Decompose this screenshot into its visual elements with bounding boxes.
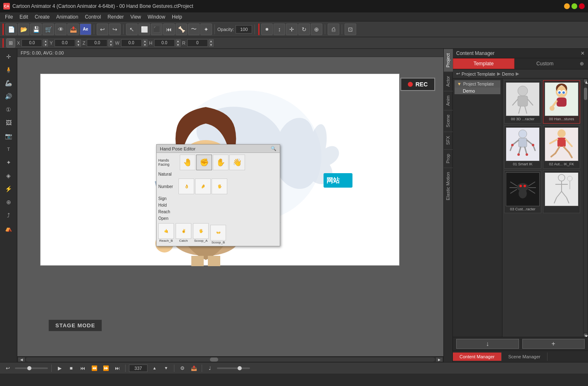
- motion-button[interactable]: 〜: [188, 24, 200, 35]
- export-button[interactable]: 🛒: [43, 24, 54, 35]
- tl-stop-button[interactable]: ■: [67, 364, 76, 373]
- hscroll-thumb[interactable]: [210, 357, 218, 362]
- canvas-container[interactable]: 腾龙工作室 Tenlonstudio.com 网站 Hand Pose Edit…: [17, 57, 443, 356]
- tl-volume-knob[interactable]: [238, 366, 242, 370]
- sidebar-props[interactable]: ⛺: [2, 222, 15, 235]
- cm-item-skel[interactable]: [543, 170, 580, 214]
- flip-button[interactable]: ↻: [298, 24, 310, 35]
- menu-animation[interactable]: Animation: [53, 13, 81, 21]
- cm-breadcrumb-path2[interactable]: Demo: [502, 71, 514, 76]
- cm-item-smart-ik[interactable]: 01 Smart IK: [504, 125, 541, 169]
- sidebar-sound[interactable]: 🔊: [2, 90, 15, 102]
- menu-help[interactable]: Help: [169, 13, 186, 21]
- cm-back-button[interactable]: ↩: [456, 71, 460, 76]
- tl-settings-button[interactable]: ⚙: [178, 364, 187, 373]
- menu-window[interactable]: Window: [144, 13, 169, 21]
- menu-view[interactable]: View: [127, 13, 144, 21]
- hpe-pose-catch[interactable]: ✌: [176, 223, 191, 239]
- maximize-button[interactable]: [571, 3, 577, 9]
- select-button[interactable]: ↖: [126, 24, 138, 35]
- tl-play-button[interactable]: ▶: [55, 364, 64, 373]
- vtab-anim[interactable]: Anim: [444, 91, 453, 110]
- hpe-hand-2[interactable]: ✊: [196, 155, 212, 170]
- cm-add-button[interactable]: +: [522, 339, 585, 349]
- hpe-pose-pick[interactable]: 👌: [179, 179, 194, 194]
- paste-button[interactable]: ⬛: [151, 24, 162, 35]
- x-input[interactable]: [21, 39, 42, 47]
- hpe-pose-scoop-b[interactable]: 👐: [210, 225, 226, 241]
- menu-file[interactable]: File: [2, 13, 16, 21]
- sidebar-camera[interactable]: 📷: [2, 130, 15, 142]
- cm-tab-custom[interactable]: Custom: [514, 58, 576, 69]
- vtab-elastic-motion[interactable]: Elastic Motion: [444, 167, 453, 204]
- cm-tab-template[interactable]: Template: [453, 58, 514, 69]
- r-spin[interactable]: ▲▼: [209, 39, 214, 47]
- sidebar-character[interactable]: 🧍: [2, 64, 15, 76]
- bone-button[interactable]: 🦴: [176, 24, 187, 35]
- hscroll-right-arrow[interactable]: ▶: [436, 357, 443, 362]
- vtab-sfx[interactable]: SFX: [444, 131, 453, 149]
- preview-button[interactable]: 👁: [55, 24, 67, 35]
- z-spin[interactable]: ▲▼: [108, 39, 113, 47]
- r-input[interactable]: [187, 39, 208, 47]
- tl-prev-button[interactable]: ⏮: [78, 364, 87, 373]
- bottom-tab-content-manager[interactable]: Content Manager: [453, 353, 502, 361]
- rec-button[interactable]: REC: [400, 78, 435, 91]
- cm-scroll-thumb[interactable]: [584, 88, 587, 100]
- tl-speed-slider[interactable]: [15, 367, 48, 369]
- tl-frame-up[interactable]: ▲: [150, 364, 159, 373]
- cm-item-3d-char[interactable]: 00 3D ...racter: [504, 80, 541, 124]
- hpe-search-icon[interactable]: 🔍: [271, 146, 276, 151]
- undo-button[interactable]: ↩: [97, 24, 108, 35]
- hscroll-left-arrow[interactable]: ◀: [18, 357, 25, 362]
- menu-render[interactable]: Render: [104, 13, 127, 21]
- vtab-prop[interactable]: Prop: [444, 149, 453, 167]
- opacity-input[interactable]: [236, 25, 252, 33]
- fx-button[interactable]: ✦: [200, 24, 212, 35]
- timeline-button[interactable]: ⎙: [328, 24, 339, 35]
- sidebar-move[interactable]: ✛: [2, 50, 15, 63]
- record-button[interactable]: ⏺: [261, 24, 273, 35]
- hpe-pose-pinch[interactable]: 🤌: [195, 179, 211, 194]
- move-button[interactable]: ↕: [274, 24, 285, 35]
- menu-create[interactable]: Create: [31, 13, 53, 21]
- w-spin[interactable]: ▲▼: [143, 39, 148, 47]
- export2-button[interactable]: 📤: [67, 24, 79, 35]
- h-spin[interactable]: ▲▼: [176, 39, 181, 47]
- x-spin[interactable]: ▲▼: [43, 39, 48, 47]
- sidebar-number[interactable]: ①: [2, 103, 15, 116]
- sidebar-text[interactable]: T: [2, 143, 15, 155]
- cm-item-hand-gestures[interactable]: 00 Han...stures: [543, 80, 580, 124]
- new-button[interactable]: 📄: [5, 24, 17, 35]
- hpe-hand-3[interactable]: ✋: [213, 155, 229, 170]
- tl-frame-down[interactable]: ▼: [162, 364, 171, 373]
- y-input[interactable]: [55, 39, 75, 47]
- tl-step-back-button[interactable]: ⏪: [90, 364, 99, 373]
- tl-speed-knob[interactable]: [27, 366, 31, 370]
- minimize-button[interactable]: [564, 3, 570, 9]
- tree-item-demo[interactable]: Demo: [455, 88, 500, 94]
- hpe-hand-1[interactable]: 🤚: [180, 155, 195, 170]
- cm-scroll-down[interactable]: ▼: [584, 334, 587, 337]
- hpe-hand-4[interactable]: 👋: [229, 155, 245, 170]
- save-button[interactable]: 💾: [30, 24, 42, 35]
- redo-button[interactable]: ↪: [109, 24, 121, 35]
- tl-note-button[interactable]: ♩: [205, 364, 214, 373]
- vtab-actor[interactable]: Actor: [444, 71, 453, 91]
- vtab-scene[interactable]: Scene: [444, 110, 453, 131]
- vtab-project[interactable]: Project: [444, 49, 453, 71]
- sidebar-3d[interactable]: ◈: [2, 169, 15, 182]
- bottom-tab-scene-manager[interactable]: Scene Manager: [502, 353, 548, 361]
- cm-item-cust[interactable]: 03 Cust...racter: [504, 170, 541, 214]
- h-input[interactable]: [154, 39, 175, 47]
- cm-breadcrumb-path1[interactable]: Project Template: [462, 71, 495, 76]
- pivot-button[interactable]: ⊕: [311, 24, 322, 35]
- cm-expand-button[interactable]: ⊕: [576, 58, 588, 69]
- hpe-pose-scoop-a[interactable]: 🖐: [193, 223, 209, 239]
- tl-step-fwd-button[interactable]: ⏩: [101, 364, 110, 373]
- tl-export-button[interactable]: 📤: [189, 364, 198, 373]
- copy-button[interactable]: ⬜: [138, 24, 150, 35]
- ae-button[interactable]: Ae: [80, 24, 91, 35]
- sidebar-spring[interactable]: ⚡: [2, 183, 15, 195]
- tl-frame-input[interactable]: [129, 365, 148, 372]
